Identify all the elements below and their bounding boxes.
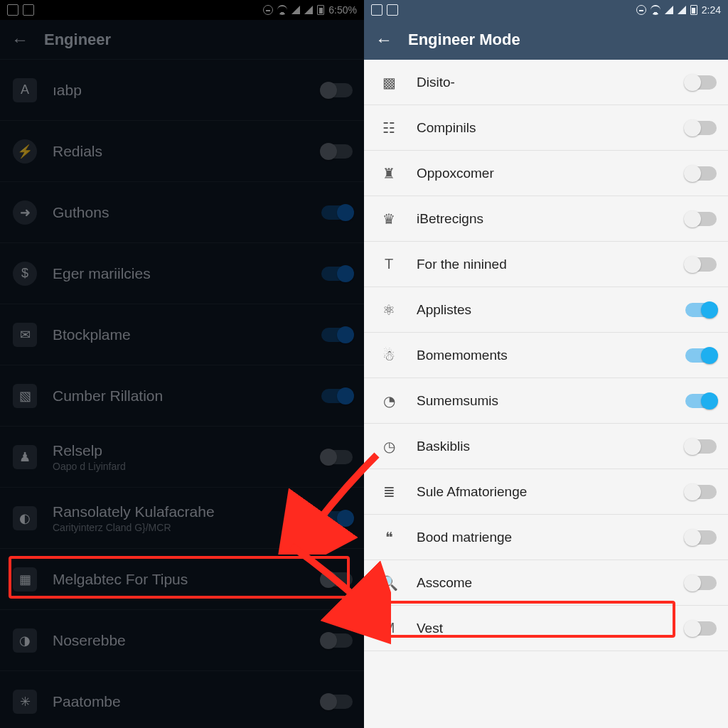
- row-icon: ⚡: [13, 139, 37, 164]
- row-icon: ✉: [13, 323, 37, 347]
- row-label: Ransolately Kulafacrahe: [53, 503, 321, 520]
- settings-row[interactable]: $Eger mariilcies: [0, 243, 364, 304]
- settings-row[interactable]: ❝Bood matrienge: [364, 515, 728, 560]
- toggle-switch[interactable]: [321, 572, 353, 587]
- toggle-knob: [320, 571, 337, 588]
- toggle-switch[interactable]: [685, 166, 717, 181]
- app-bar-right: ← Engineer Mode: [364, 20, 728, 60]
- settings-row[interactable]: TFor the ninined: [364, 242, 728, 287]
- settings-row[interactable]: ✉Btockplame: [0, 304, 364, 365]
- settings-row[interactable]: ▦Melgabtec For Tipus: [0, 549, 364, 610]
- toggle-switch[interactable]: [685, 303, 717, 317]
- right-screenshot: 2:24 ← Engineer Mode ▩Disito-☷Compinils♜…: [364, 0, 728, 728]
- toggle-knob: [701, 392, 718, 410]
- left-screenshot: 6:50% ← Engineer Aıabp⚡Redials➜Guthons$E…: [0, 0, 364, 728]
- toggle-knob: [701, 301, 718, 318]
- toggle-switch[interactable]: [685, 75, 717, 90]
- settings-row[interactable]: ☃Bomemoments: [364, 333, 728, 378]
- row-icon: ◑: [13, 628, 37, 653]
- row-label: Redials: [53, 143, 321, 160]
- row-labels: Vest: [401, 621, 685, 636]
- settings-row[interactable]: ◐Ransolately KulafacraheCarityinterz Cla…: [0, 488, 364, 549]
- row-label: Sule Afmatorienge: [417, 484, 685, 500]
- toggle-switch[interactable]: [321, 450, 353, 464]
- toggle-switch[interactable]: [321, 205, 353, 220]
- settings-row[interactable]: ⚛Applistes: [364, 287, 728, 333]
- toggle-switch[interactable]: [321, 144, 353, 159]
- settings-row[interactable]: ◔Sumemsumis: [364, 378, 728, 424]
- toggle-switch[interactable]: [685, 121, 717, 135]
- cast-icon: [7, 4, 18, 16]
- image-icon: [387, 4, 398, 16]
- row-label: Relselp: [53, 442, 321, 459]
- row-labels: Paatombe: [37, 693, 321, 710]
- settings-row[interactable]: ▧Cumber Rillation: [0, 365, 364, 427]
- wifi-icon: [277, 5, 287, 15]
- toggle-knob: [337, 510, 354, 527]
- settings-row[interactable]: ▩Disito-: [364, 60, 728, 105]
- row-labels: Applistes: [401, 302, 685, 318]
- toggle-switch[interactable]: [321, 389, 353, 403]
- toggle-switch[interactable]: [685, 212, 717, 226]
- toggle-switch[interactable]: [321, 633, 353, 648]
- row-icon: ⚛: [377, 298, 401, 322]
- toggle-knob: [684, 165, 701, 182]
- row-label: Noserebbe: [53, 632, 321, 649]
- toggle-switch[interactable]: [685, 621, 717, 636]
- toggle-knob: [684, 620, 701, 637]
- row-icon: M: [377, 616, 401, 641]
- row-label: Applistes: [417, 302, 685, 318]
- toggle-switch[interactable]: [685, 439, 717, 454]
- toggle-switch[interactable]: [321, 83, 353, 97]
- settings-row[interactable]: ♜Oppoxcomer: [364, 151, 728, 196]
- row-label: Cumber Rillation: [53, 387, 321, 405]
- row-icon: ▩: [377, 70, 401, 95]
- row-labels: Asscome: [401, 575, 685, 591]
- settings-row[interactable]: ⚡Redials: [0, 121, 364, 182]
- settings-row[interactable]: MVest: [364, 606, 728, 651]
- settings-row[interactable]: 🔍Asscome: [364, 560, 728, 606]
- page-title: Engineer Mode: [408, 31, 520, 49]
- row-icon: ≣: [377, 480, 401, 504]
- settings-row[interactable]: ◑Noserebbe: [0, 610, 364, 671]
- back-icon[interactable]: ←: [11, 31, 28, 48]
- row-labels: Redials: [37, 143, 321, 160]
- row-icon: T: [377, 252, 401, 277]
- page-title: Engineer: [44, 31, 111, 49]
- toggle-switch[interactable]: [685, 257, 717, 272]
- settings-row[interactable]: ➜Guthons: [0, 182, 364, 243]
- settings-row[interactable]: Aıabp: [0, 60, 364, 121]
- signal-icon: [291, 6, 300, 14]
- toggle-knob: [684, 210, 701, 228]
- settings-row[interactable]: ♛iBetrecigns: [364, 196, 728, 242]
- toggle-switch[interactable]: [321, 267, 353, 281]
- toggle-switch[interactable]: [685, 394, 717, 408]
- settings-row[interactable]: ✳Paatombe: [0, 671, 364, 728]
- row-icon: $: [13, 262, 37, 286]
- battery-icon: [317, 5, 324, 15]
- row-labels: Oppoxcomer: [401, 166, 685, 181]
- row-label: Vest: [417, 621, 685, 636]
- settings-row[interactable]: ≣Sule Afmatorienge: [364, 469, 728, 515]
- cast-icon: [371, 4, 382, 16]
- row-sublabel: Carityinterz Cland G}/MCR: [53, 522, 321, 533]
- row-icon: ◷: [377, 434, 401, 459]
- toggle-switch[interactable]: [321, 511, 353, 525]
- settings-row[interactable]: ☷Compinils: [364, 105, 728, 151]
- back-icon[interactable]: ←: [375, 31, 392, 48]
- toggle-switch[interactable]: [321, 695, 353, 709]
- settings-row[interactable]: ♟RelselpOapo d Liyinfard: [0, 427, 364, 488]
- signal-icon: [665, 6, 673, 14]
- wifi-icon: [651, 5, 660, 15]
- row-icon: ➜: [13, 200, 37, 225]
- row-labels: Disito-: [401, 75, 685, 90]
- toggle-switch[interactable]: [685, 576, 717, 590]
- toggle-switch[interactable]: [685, 348, 717, 363]
- toggle-knob: [684, 529, 701, 546]
- toggle-switch[interactable]: [685, 530, 717, 545]
- status-time: 6:50%: [328, 4, 357, 16]
- row-label: Bomemoments: [417, 348, 685, 363]
- toggle-switch[interactable]: [321, 328, 353, 342]
- settings-row[interactable]: ◷Baskiblis: [364, 424, 728, 469]
- toggle-switch[interactable]: [685, 485, 717, 499]
